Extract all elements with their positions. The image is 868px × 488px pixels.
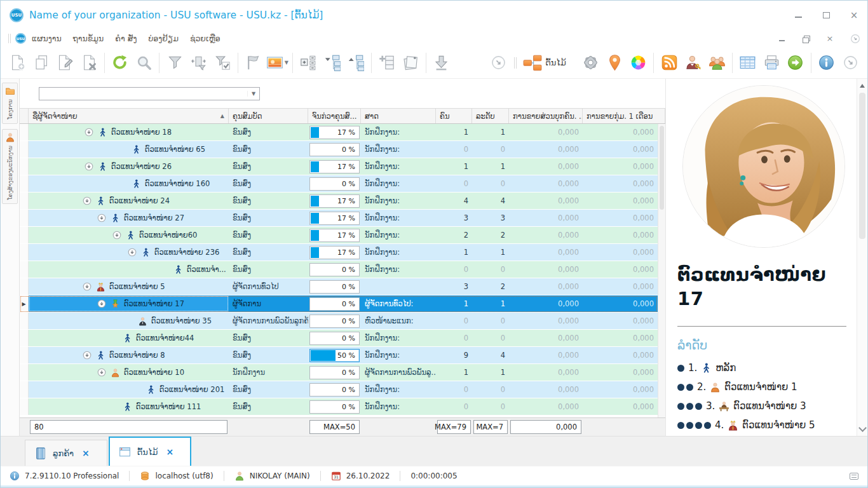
people-count[interactable]: 0 xyxy=(436,175,472,192)
refresh-button[interactable] xyxy=(108,50,132,76)
expander-icon[interactable] xyxy=(128,248,137,257)
qualification-cell[interactable]: ຂົນສົ່ງ xyxy=(229,347,308,363)
level-count[interactable]: 0 xyxy=(472,330,509,346)
expander-icon[interactable] xyxy=(97,368,106,377)
next-qualification-cell[interactable]: ນັກຝຶກງານ: xyxy=(361,193,436,209)
tree-name-cell[interactable]: ຕົວແທນຈຳໜ່າຍ 5 xyxy=(29,278,229,295)
table-button[interactable] xyxy=(736,50,760,76)
level-count[interactable]: 4 xyxy=(472,347,509,363)
next-qualification-cell[interactable]: ນັກຝຶກງານ: xyxy=(361,244,436,261)
tree-name-cell[interactable]: ຕົວແທນຈຳໜ່າຍ44 xyxy=(29,330,229,346)
rank-item[interactable]: 2.ຕົວແທນຈຳໜ່າຍ 1 xyxy=(677,377,850,396)
people-count[interactable]: 9 xyxy=(436,347,472,363)
column-header[interactable]: ຄົນ xyxy=(436,109,472,123)
page-edit-button[interactable] xyxy=(53,50,78,76)
level-count[interactable]: 1 xyxy=(472,295,509,312)
next-qualification-cell[interactable]: ນັກຝຶກງານ: xyxy=(361,381,436,398)
people-count[interactable]: 1 xyxy=(436,124,472,140)
table-row[interactable]: ຕົວແທນຈຳໜ່າຍ 201ຂົນສົ່ງ0 %ນັກຝຶກງານ:000,… xyxy=(20,381,658,398)
people-count[interactable]: 0 xyxy=(436,330,472,346)
qualification-cell[interactable]: ຂົນສົ່ງ xyxy=(229,193,308,209)
personal-sales[interactable]: 0,000 xyxy=(509,193,583,209)
progress-cell[interactable]: 17 % xyxy=(308,244,361,261)
tree-name-cell[interactable]: ຕົວແທນຈຳໜ່າຍ 27 xyxy=(29,210,229,226)
next-qualification-cell[interactable]: ນັກຝຶກງານ: xyxy=(361,158,436,175)
next-qualification-cell[interactable]: ນັກຝຶກງານ: xyxy=(361,124,436,140)
personal-sales[interactable]: 0,000 xyxy=(509,278,583,295)
people-count[interactable]: 2 xyxy=(436,227,472,243)
toolbar-grip[interactable] xyxy=(514,57,517,69)
scroll-up-icon[interactable] xyxy=(860,84,865,88)
expander-icon[interactable] xyxy=(112,231,121,240)
rank-item[interactable]: 4.ຕົວແທນຈຳໜ່າຍ 5 xyxy=(677,416,850,435)
tab-close-icon[interactable]: × xyxy=(166,447,173,457)
tab-close-icon[interactable]: × xyxy=(82,448,90,458)
tree-name-cell[interactable]: ຕົວແທນຈຳໜ່າຍ 24 xyxy=(29,193,229,209)
table-row[interactable]: ຕົວແທນຈຳໜ່າຍ 35ຜູ້ຈັດການການພົວພັນລູກຄ້າ0… xyxy=(20,313,658,330)
next-qualification-cell[interactable]: ຫົວໜ້າພະແນກ: xyxy=(361,313,436,329)
tree-collapse-button[interactable] xyxy=(320,50,344,76)
filter-columns-button[interactable] xyxy=(187,50,211,76)
flag-button[interactable] xyxy=(241,50,266,76)
qualification-cell[interactable]: ຂົນສົ່ງ xyxy=(229,381,308,398)
scroll-down-icon[interactable] xyxy=(858,424,867,432)
people-count[interactable]: 1 xyxy=(436,158,472,175)
menu-item[interactable]: ຄຳ ສັ່ງ xyxy=(115,34,137,43)
table-row[interactable]: ຕົວແທນຈຳໜ່າຍ 27ຂົນສົ່ງ17 %ນັກຝຶກງານ:330,… xyxy=(20,210,658,227)
table-row[interactable]: ຕົວແທນຈຳໜ່າຍ 111ຂົນສົ່ງ0 %ນັກຝຶກງານ:000,… xyxy=(20,398,658,416)
expand-boxes-button[interactable] xyxy=(296,50,320,76)
qualification-cell[interactable]: ຜູ້ຈັດການການພົວພັນລູກຄ້າ xyxy=(229,313,308,329)
group-sales[interactable]: 0,000 xyxy=(583,313,658,329)
group-sales[interactable]: 0,000 xyxy=(583,227,658,243)
column-header[interactable]: ສາດ xyxy=(361,109,436,123)
download-button[interactable] xyxy=(430,50,454,76)
expander-icon[interactable] xyxy=(85,128,93,137)
table-row[interactable]: ▶ຕົວແທນຈຳໜ່າຍ 17ຜູ້ຈັດການ0 %ຜູ້ຈັດການທົ່… xyxy=(20,295,658,313)
next-qualification-cell[interactable] xyxy=(361,278,436,295)
group-sales[interactable]: 0,000 xyxy=(583,347,658,363)
expander-icon[interactable] xyxy=(83,196,92,205)
table-row[interactable]: ຕົວແທນຈຳໜ່າຍ 26ຂົນສົ່ງ17 %ນັກຝຶກງານ:110,… xyxy=(20,158,658,175)
people-count[interactable]: 3 xyxy=(436,278,472,295)
close-button[interactable]: × xyxy=(850,11,858,20)
circle-arrow-button[interactable] xyxy=(838,50,862,76)
add-row-button[interactable] xyxy=(375,50,399,76)
personal-sales[interactable]: 0,000 xyxy=(509,158,583,175)
personal-sales[interactable]: 0,000 xyxy=(509,124,583,140)
table-row[interactable]: ຕົວແທນຈຳໜ່າຍ60ຂົນສົ່ງ17 %ນັກຝຶກງານ:220,0… xyxy=(20,227,658,244)
tree-name-cell[interactable]: ຕົວແທນຈຳໜ່າຍ 26 xyxy=(29,158,229,175)
level-count[interactable]: 0 xyxy=(472,175,509,192)
column-header[interactable]: ການຂາຍສ່ວນບຸກຄົນ. ... xyxy=(509,109,583,123)
table-row[interactable]: ຕົວແທນຈຳໜ່າຍ 10ນັກຝຶກງານ0 %ຜູ້ຈັດການການພ… xyxy=(20,364,658,381)
expander-icon[interactable] xyxy=(83,351,92,360)
personal-sales[interactable]: 0,000 xyxy=(509,330,583,346)
notes-button[interactable] xyxy=(398,50,423,76)
printer-button[interactable] xyxy=(760,50,784,76)
level-count[interactable]: 2 xyxy=(472,227,509,243)
level-count[interactable]: 0 xyxy=(472,313,509,329)
people-count[interactable]: 0 xyxy=(436,398,472,415)
tree-name-cell[interactable]: ຕົວແທນຈຳໜ່າຍ 35 xyxy=(29,313,229,329)
people-count[interactable]: 0 xyxy=(436,381,472,398)
expander-icon[interactable] xyxy=(97,214,106,222)
funnel-button[interactable] xyxy=(163,50,187,76)
doc-minimize-button[interactable] xyxy=(777,34,786,43)
group-sales[interactable]: 0,000 xyxy=(583,261,658,278)
level-count[interactable]: 1 xyxy=(472,364,509,381)
level-count[interactable]: 2 xyxy=(472,278,509,295)
people-count[interactable]: 4 xyxy=(436,193,472,209)
minimize-button[interactable] xyxy=(794,11,803,20)
column-header[interactable]: ຄຸນສົມບັດ xyxy=(229,109,308,123)
next-qualification-cell[interactable]: ນັກຝຶກງານ: xyxy=(361,175,436,192)
qualification-cell[interactable]: ຂົນສົ່ງ xyxy=(229,175,308,192)
table-row[interactable]: ຕົວແທນຈຳໜ່າຍ 236ຂົນສົ່ງ17 %ນັກຝຶກງານ:110… xyxy=(20,244,658,261)
qualification-cell[interactable]: ຂົນສົ່ງ xyxy=(229,124,308,140)
level-count[interactable]: 1 xyxy=(472,124,509,140)
column-header[interactable]: ລະດັບ xyxy=(472,109,509,123)
personal-sales[interactable]: 0,000 xyxy=(509,313,583,329)
next-qualification-cell[interactable]: ນັກຝຶກງານ: xyxy=(361,261,436,278)
group-sales[interactable]: 0,000 xyxy=(583,193,658,209)
tree-name-cell[interactable]: ຕົວແທນຈຳໜ່າຍ 160 xyxy=(29,175,229,192)
group-sales[interactable]: 0,000 xyxy=(583,124,658,140)
dropdown-caret-icon[interactable]: ▼ xyxy=(285,60,288,65)
